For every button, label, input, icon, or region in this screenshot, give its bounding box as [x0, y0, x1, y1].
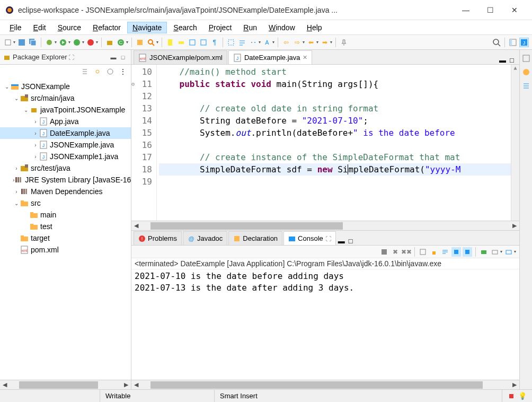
tree-item[interactable]: ⌄src [0, 197, 131, 209]
editor-vscroll[interactable]: ▲ [511, 65, 519, 221]
clear-console-icon[interactable] [418, 247, 428, 257]
open-console-icon[interactable] [479, 247, 489, 257]
open-type-icon[interactable] [135, 38, 145, 47]
editor-minimize-icon[interactable]: ▬ [499, 56, 509, 64]
maximize-button[interactable]: ☐ [478, 2, 502, 18]
pin-icon[interactable] [339, 38, 349, 47]
bottom-tab-javadoc[interactable]: @Javadoc [183, 231, 227, 245]
pilcrow-icon[interactable]: ¶ [210, 38, 219, 47]
menu-navigate[interactable]: Navigate [127, 22, 167, 33]
show-console-icon[interactable] [463, 247, 472, 257]
editor-tab[interactable]: JDateExample.java✕ [228, 50, 313, 64]
close-tab-icon[interactable]: ✕ [303, 54, 307, 61]
new-class-icon[interactable]: C [116, 38, 126, 47]
tree-item[interactable]: ›JJSONExample1.java [0, 151, 131, 162]
run-icon[interactable] [58, 38, 68, 47]
toggle-highlight-icon[interactable] [176, 38, 186, 47]
new-console-icon[interactable] [504, 247, 513, 257]
svg-text:J: J [42, 119, 45, 125]
tree-item[interactable]: ›Maven Dependencies [0, 186, 131, 197]
word-wrap-icon[interactable] [237, 38, 247, 47]
console-output[interactable]: 2021-07-10 is the date before adding day… [131, 269, 519, 380]
task-trim-icon[interactable] [522, 68, 530, 76]
console-hscroll[interactable]: ◀▶ [131, 380, 519, 389]
coverage-icon[interactable] [72, 38, 82, 47]
tree-item[interactable]: ⌄JSONExample [0, 81, 131, 92]
bv-maximize-icon[interactable]: □ [349, 237, 358, 245]
bottom-tab-console[interactable]: Console ⛶ [283, 231, 336, 245]
menu-file[interactable]: File [4, 22, 27, 33]
save-icon[interactable] [17, 38, 26, 47]
bottom-tab-problems[interactable]: !Problems [134, 231, 182, 245]
tree-item[interactable]: main [0, 209, 131, 221]
show-whitespace-icon[interactable] [249, 38, 258, 47]
search-icon[interactable] [146, 38, 156, 47]
pin-console-icon[interactable] [451, 247, 461, 257]
tree-item[interactable]: ›JDateExample.java [0, 127, 131, 139]
bottom-tab-declaration[interactable]: Declaration [228, 231, 282, 245]
new-icon[interactable] [3, 38, 13, 47]
word-wrap-console-icon[interactable] [440, 247, 450, 257]
maximize-view-icon[interactable]: □ [118, 53, 128, 62]
toggle-mark-icon[interactable] [165, 38, 175, 47]
display-console-icon[interactable] [490, 247, 500, 257]
tree-item[interactable]: ›JRE System Library [JavaSE-16] [0, 174, 131, 186]
menu-refactor[interactable]: Refactor [87, 22, 126, 33]
menu-edit[interactable]: Edit [28, 22, 51, 33]
menu-project[interactable]: Project [203, 22, 237, 33]
terminate-icon[interactable] [379, 247, 389, 257]
perspective-open-icon[interactable] [508, 38, 518, 47]
debug-icon[interactable] [45, 38, 54, 47]
close-button[interactable]: ✕ [502, 2, 527, 18]
package-explorer-tree[interactable]: ⌄JSONExample⌄src/main/java⌄javaTpoint.JS… [0, 78, 131, 380]
bv-minimize-icon[interactable]: ▬ [338, 237, 348, 245]
menu-help[interactable]: Help [302, 22, 327, 33]
link-editor-icon[interactable] [93, 67, 102, 76]
minimize-button[interactable]: — [454, 2, 478, 18]
minimize-view-icon[interactable]: ▬ [109, 53, 118, 62]
menu-search[interactable]: Search [168, 22, 202, 33]
collapse-all-icon[interactable] [80, 67, 90, 76]
tree-item[interactable]: ⌄javaTpoint.JSONExample [0, 104, 131, 116]
tip-icon[interactable] [508, 392, 515, 400]
toggle-whitespace-icon[interactable] [199, 38, 208, 47]
editor-body[interactable]: 10⊖111213141516171819 //main() method st… [131, 65, 519, 221]
svg-text:J: J [236, 56, 239, 61]
quick-access-icon[interactable] [492, 38, 501, 47]
focus-task-icon[interactable] [105, 67, 115, 76]
toggle-block-icon[interactable] [188, 38, 197, 47]
tree-item[interactable]: ›JApp.java [0, 116, 131, 127]
bulb-icon[interactable]: 💡 [518, 392, 527, 400]
nav-back-icon[interactable]: ⬅ [306, 38, 316, 47]
outline2-trim-icon[interactable] [522, 82, 530, 90]
tree-item[interactable]: ⌄src/main/java [0, 92, 131, 104]
pe-hscroll[interactable]: ◀▶ [0, 380, 131, 389]
rect-select-icon[interactable] [226, 38, 236, 47]
save-all-icon[interactable] [28, 38, 38, 47]
editor-hscroll[interactable]: ◀▶ [131, 221, 519, 230]
editor-code[interactable]: //main() method start public static void… [157, 65, 519, 221]
menu-source[interactable]: Source [52, 22, 86, 33]
remove-launch-icon[interactable]: ✖ [391, 247, 400, 257]
menu-run[interactable]: Run [238, 22, 262, 33]
view-menu-icon[interactable]: ⋮ [118, 67, 128, 76]
new-package-icon[interactable] [105, 38, 114, 47]
editor-gutter[interactable]: 10⊖111213141516171819 [131, 65, 157, 221]
tree-item[interactable]: xmlpom.xml [0, 244, 131, 256]
editor-maximize-icon[interactable]: □ [510, 56, 519, 64]
tree-item[interactable]: target [0, 232, 131, 244]
tree-item[interactable]: test [0, 221, 131, 232]
outline-trim-icon[interactable] [522, 54, 530, 63]
back-icon[interactable]: ⇦ [281, 38, 291, 47]
remove-all-icon[interactable]: ✖✖ [402, 247, 411, 257]
text-style-icon[interactable]: A [262, 38, 272, 47]
scroll-lock-icon[interactable] [429, 247, 439, 257]
tree-item[interactable]: ›JJSONExample.java [0, 139, 131, 151]
java-perspective-icon[interactable]: J [519, 38, 529, 47]
menu-window[interactable]: Window [263, 22, 300, 33]
forward-icon[interactable]: ⇨ [292, 38, 302, 47]
ext-tools-icon[interactable] [86, 38, 95, 47]
editor-tab[interactable]: xmlJSONExample/pom.xml [134, 50, 227, 64]
nav-fwd-icon[interactable]: ➡ [320, 38, 330, 47]
tree-item[interactable]: ›src/test/java [0, 162, 131, 174]
